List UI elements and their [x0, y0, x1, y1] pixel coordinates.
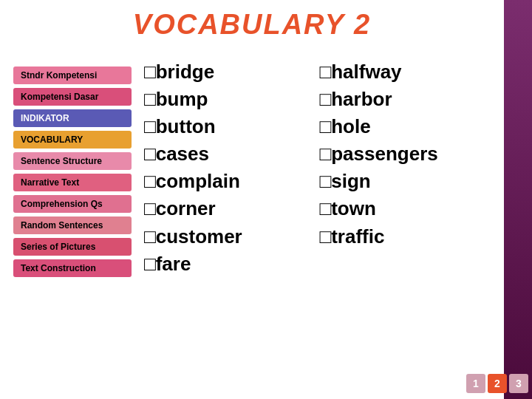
- vocab-col1-item-4: □complain: [144, 168, 320, 194]
- vocab-col1-item-0: □bridge: [144, 59, 320, 85]
- page-num-2[interactable]: 2: [488, 374, 507, 393]
- vocab-col1-item-7: □fare: [144, 251, 320, 277]
- sidebar-item-3[interactable]: VOCABULARY: [13, 131, 132, 149]
- sidebar-item-5[interactable]: Narrative Text: [13, 174, 132, 191]
- vocab-col-1: □bridge□bump□button□cases□complain□corne…: [144, 59, 320, 277]
- vocab-area: □bridge□bump□button□cases□complain□corne…: [144, 59, 495, 277]
- vocab-col1-item-5: □corner: [144, 196, 320, 222]
- vocab-col2-item-1: □harbor: [320, 86, 496, 112]
- vocab-col2-item-6: □traffic: [320, 224, 496, 250]
- vocab-col2-item-0: □halfway: [320, 59, 496, 85]
- sidebar-item-1[interactable]: Kompetensi Dasar: [13, 88, 132, 106]
- sidebar-item-2[interactable]: INDIKATOR: [13, 109, 132, 127]
- vocab-col2-item-3: □passengers: [320, 141, 496, 167]
- sidebar-item-0[interactable]: Stndr Kompetensi: [13, 66, 132, 84]
- vocab-col1-item-3: □cases: [144, 141, 320, 167]
- page-num-1[interactable]: 1: [466, 374, 485, 393]
- vocab-col1-item-2: □button: [144, 114, 320, 140]
- vocab-col1-item-6: □customer: [144, 224, 320, 250]
- title-area: VOCABULARY 2: [0, 9, 504, 41]
- sidebar-item-7[interactable]: Random Sentences: [13, 216, 132, 234]
- page-numbers: 123: [466, 374, 528, 393]
- vocab-col2-item-4: □sign: [320, 168, 496, 194]
- sidebar-item-9[interactable]: Text Construction: [13, 259, 132, 277]
- sidebar-item-4[interactable]: Sentence Structure: [13, 152, 132, 170]
- sidebar: Stndr KompetensiKompetensi DasarINDIKATO…: [13, 66, 132, 277]
- page-num-3[interactable]: 3: [509, 374, 528, 393]
- sidebar-item-8[interactable]: Series of Pictures: [13, 238, 132, 256]
- vocab-col2-item-2: □hole: [320, 114, 496, 140]
- vocab-col1-item-1: □bump: [144, 86, 320, 112]
- vocab-col-2: □halfway□harbor□hole□passengers□sign□tow…: [320, 59, 496, 277]
- page-title: VOCABULARY 2: [133, 9, 371, 40]
- vocab-col2-item-5: □town: [320, 196, 496, 222]
- right-decorative-bar: [504, 0, 532, 399]
- sidebar-item-6[interactable]: Comprehension Qs: [13, 195, 132, 213]
